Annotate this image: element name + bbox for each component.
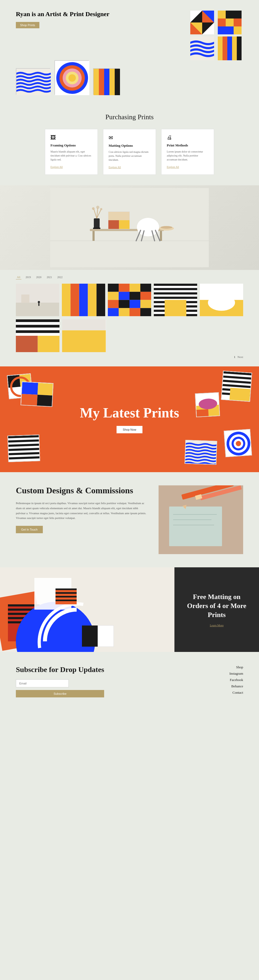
sample-print-waves (16, 68, 50, 95)
framing-icon: 🖼 (51, 135, 92, 141)
svg-rect-15 (234, 19, 242, 26)
gallery-item-5[interactable] (200, 284, 243, 316)
year-tab-2020[interactable]: 2020 (35, 275, 43, 280)
svg-rect-84 (119, 300, 129, 308)
hero-title: Ryan is an Artist & Print Designer (16, 11, 110, 18)
svg-rect-82 (140, 292, 151, 300)
svg-rect-86 (140, 300, 151, 308)
gallery-item-3[interactable] (108, 284, 151, 316)
svg-rect-22 (222, 37, 227, 60)
print-methods-icon: 🖨 (167, 135, 208, 141)
lifestyle-image (0, 185, 259, 270)
promo-artwork (0, 567, 175, 652)
svg-point-60 (100, 208, 102, 210)
promo-title: Free Matting on Orders of 4 or More Prin… (185, 592, 248, 619)
svg-rect-11 (226, 11, 234, 19)
footer-link-instagram[interactable]: Instagram (229, 671, 243, 676)
svg-rect-23 (227, 37, 232, 60)
hero-text: Ryan is an Artist & Print Designer Shop … (16, 11, 110, 28)
shop-now-button[interactable]: Shop Now (116, 426, 143, 433)
footer-link-facebook[interactable]: Facebook (229, 678, 243, 682)
svg-rect-140 (229, 388, 251, 402)
lifestyle-section (0, 185, 259, 270)
svg-rect-95 (154, 297, 197, 299)
gallery-item-1[interactable] (16, 284, 59, 316)
svg-rect-16 (218, 26, 226, 34)
svg-rect-54 (93, 228, 100, 229)
year-tab-2021[interactable]: 2021 (46, 275, 53, 280)
learn-more-link[interactable]: Learn More (210, 624, 224, 627)
footer-link-contact[interactable]: Contact (229, 690, 243, 695)
float-print-4 (221, 371, 252, 402)
email-input[interactable] (16, 679, 69, 687)
gallery-grid-row2 (16, 319, 152, 352)
svg-rect-110 (16, 333, 59, 336)
print-methods-explore-link[interactable]: Explore All (167, 165, 179, 169)
footer-section: Subscribe for Drop Updates Subscribe Sho… (0, 652, 259, 711)
sample-print-circles (54, 60, 89, 95)
svg-rect-47 (119, 220, 129, 229)
svg-rect-13 (218, 19, 226, 26)
svg-rect-69 (62, 284, 71, 316)
year-tab-all[interactable]: All (16, 275, 21, 280)
svg-rect-36 (104, 69, 110, 95)
subscribe-area: Subscribe for Drop Updates Subscribe (16, 665, 104, 697)
pagination-current[interactable]: 1 (234, 355, 235, 358)
svg-rect-81 (129, 292, 140, 300)
float-print-6 (184, 440, 217, 465)
svg-rect-175 (56, 600, 77, 601)
matting-explore-link[interactable]: Explore All (109, 166, 121, 169)
svg-rect-173 (56, 592, 77, 594)
hero-art-collage (190, 11, 243, 60)
purchasing-title: Purchasing Prints (16, 113, 243, 121)
print-methods-description: Lorem ipsum dolor sit consectetur adipis… (167, 150, 208, 162)
gallery-item-2[interactable] (62, 284, 105, 316)
svg-rect-176 (82, 625, 98, 647)
svg-rect-17 (226, 26, 234, 34)
svg-point-58 (92, 207, 95, 210)
svg-rect-34 (94, 69, 99, 95)
shop-prints-button[interactable]: Shop Prints (16, 22, 40, 28)
subscribe-title: Subscribe for Drop Updates (16, 665, 104, 674)
svg-rect-121 (22, 382, 38, 395)
purchasing-section: Purchasing Prints 🖼 Framing Options Maur… (0, 103, 259, 185)
svg-rect-124 (37, 395, 53, 407)
latest-prints-section: My Latest Prints Shop Now (0, 366, 259, 472)
year-tab-2019[interactable]: 2019 (25, 275, 32, 280)
gallery-item-6[interactable] (16, 319, 59, 352)
hero-section: Ryan is an Artist & Print Designer Shop … (0, 0, 259, 65)
latest-prints-title: My Latest Prints (16, 405, 243, 420)
subscribe-button[interactable]: Subscribe (16, 690, 104, 697)
framing-explore-link[interactable]: Explore All (51, 165, 63, 169)
custom-image-area (159, 485, 243, 554)
pagination-next[interactable]: Next (238, 355, 243, 358)
year-tab-2022[interactable]: 2022 (56, 275, 64, 280)
svg-rect-80 (119, 292, 129, 300)
svg-rect-177 (98, 625, 114, 647)
svg-rect-112 (38, 336, 60, 352)
matting-icon: ✉ (109, 135, 150, 141)
footer-link-shop[interactable]: Shop (229, 665, 243, 669)
svg-rect-88 (119, 308, 129, 316)
gallery-item-4[interactable] (154, 284, 197, 316)
room-illustration (50, 188, 209, 267)
gallery-item-7[interactable] (62, 319, 106, 352)
svg-rect-83 (108, 300, 119, 308)
pagination: 1 Next (16, 355, 243, 358)
svg-rect-108 (16, 328, 59, 330)
svg-rect-64 (16, 303, 59, 316)
footer-links: Shop Instagram Facebook Behance Contact (229, 665, 243, 695)
svg-rect-42 (92, 231, 95, 241)
art-tile-3 (190, 37, 214, 60)
art-tile-1 (190, 11, 214, 34)
svg-rect-75 (108, 284, 119, 292)
svg-rect-79 (108, 292, 119, 300)
custom-section: Custom Designs & Commissions Pellentesqu… (0, 472, 259, 567)
svg-rect-14 (226, 19, 234, 26)
footer-link-behance[interactable]: Behance (229, 684, 243, 689)
svg-rect-105 (16, 319, 59, 322)
svg-rect-35 (99, 69, 104, 95)
get-in-touch-button[interactable]: Get In Touch (16, 526, 43, 533)
svg-rect-46 (108, 220, 119, 229)
svg-rect-94 (154, 293, 197, 294)
